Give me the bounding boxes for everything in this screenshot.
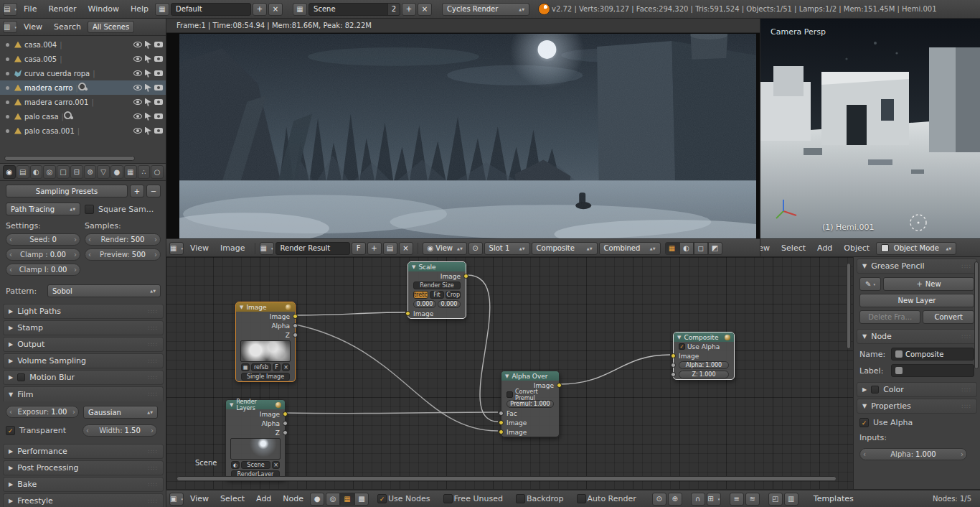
disclosure-dot-icon[interactable] <box>6 101 9 104</box>
selectability-cursor-icon[interactable] <box>145 55 151 63</box>
outliner-row[interactable]: palo casa| <box>0 109 166 124</box>
menu-add[interactable]: Add <box>251 493 276 505</box>
integrator-dropdown[interactable]: Path Tracing▲▼ <box>6 203 80 215</box>
free-unused-checkbox[interactable] <box>443 494 453 503</box>
screen-layout-field[interactable]: Default <box>171 3 251 16</box>
image-browse-button[interactable]: ▦▾ <box>260 242 274 255</box>
selectability-cursor-icon[interactable] <box>145 70 151 78</box>
disclosure-dot-icon[interactable] <box>6 72 9 75</box>
parent-button[interactable]: ⊕ <box>668 493 682 506</box>
image-unlink-button[interactable]: × <box>282 363 290 371</box>
scene-unlink-button[interactable]: × <box>272 461 280 469</box>
delete-frame-button[interactable]: Delete Fra... <box>859 310 920 324</box>
tab-texture[interactable]: ▦ <box>124 165 137 179</box>
menu-view[interactable]: View <box>185 242 214 254</box>
snap-mode-dropdown[interactable]: ⊞▾ <box>707 493 721 506</box>
tab-world[interactable]: ◎ <box>43 165 56 179</box>
editor-type-button[interactable]: ▦▾ <box>169 242 184 255</box>
menu-view[interactable]: View <box>185 493 214 505</box>
panel-motion-blur[interactable]: ▶Motion Blur∷∷ <box>3 370 164 385</box>
scene-users-badge[interactable]: 2 <box>387 4 400 15</box>
draw-mode-button[interactable]: ✎▾ <box>859 277 881 291</box>
pattern-dropdown[interactable]: Sobol▲▼ <box>47 284 161 297</box>
socket-image-output[interactable] <box>557 383 562 388</box>
node-preview-icon[interactable] <box>275 402 281 408</box>
socket-alpha-output[interactable] <box>283 421 288 426</box>
scene-browse-button[interactable]: ◐ <box>231 461 240 469</box>
menu-node[interactable]: Node <box>278 493 308 505</box>
fit-option-button[interactable]: Fit <box>430 291 445 299</box>
editor-type-button[interactable]: ▥▾ <box>3 21 17 33</box>
selectability-cursor-icon[interactable] <box>145 113 151 121</box>
node-header[interactable]: ▼Image <box>236 302 295 312</box>
view-mode-dropdown[interactable]: ◉View▲▼ <box>423 242 467 255</box>
node-header[interactable]: ▼Scale <box>408 262 466 271</box>
preview-samples-field[interactable]: Preview:500 <box>85 248 161 261</box>
visibility-eye-icon[interactable] <box>133 56 142 62</box>
menu-image[interactable]: Image <box>215 242 250 254</box>
screen-browse-button[interactable]: ▦ <box>155 3 169 16</box>
menu-view[interactable]: View <box>760 242 775 254</box>
selectability-cursor-icon[interactable] <box>145 127 151 135</box>
panel-grip-icon[interactable]: ∷∷ <box>149 325 158 332</box>
panel-output[interactable]: ▶Output∷∷ <box>3 337 164 352</box>
panel-node[interactable]: ▼Node∷∷ <box>857 329 977 344</box>
panel-grip-icon[interactable]: ∷∷ <box>962 263 971 270</box>
node-canvas-vscrollbar[interactable] <box>847 263 851 349</box>
node-canvas-hscrollbar[interactable] <box>176 476 837 481</box>
offset-x-field[interactable]: 0.000 <box>413 300 436 308</box>
snap-button[interactable]: ∩ <box>691 493 705 506</box>
panel-stamp[interactable]: ▶Stamp∷∷ <box>3 320 164 335</box>
image-new-button[interactable]: + <box>367 242 382 255</box>
socket-image-input[interactable] <box>671 353 676 358</box>
compositing-nodes-button[interactable]: ▦ <box>340 493 354 506</box>
selectability-cursor-icon[interactable] <box>145 84 151 92</box>
exposure-slider[interactable]: Exposur:1.00 <box>6 406 79 418</box>
menu-help[interactable]: Help <box>126 3 154 15</box>
filter-type-dropdown[interactable]: Gaussian▲▼ <box>83 406 158 419</box>
socket-alpha-input[interactable] <box>671 363 676 368</box>
convert-premul-checkbox[interactable] <box>507 391 513 398</box>
panel-properties[interactable]: ▼Properties∷∷ <box>857 399 977 414</box>
menu-select[interactable]: Select <box>776 242 811 254</box>
tab-material[interactable]: ● <box>110 165 123 179</box>
backdrop-checkbox[interactable] <box>516 494 525 503</box>
alpha-input-slider[interactable]: Alpha:1.000 <box>859 448 967 460</box>
use-nodes-checkbox[interactable] <box>377 494 387 503</box>
gp-new-button[interactable]: +New <box>883 277 974 291</box>
renderability-camera-icon[interactable] <box>154 70 163 76</box>
panel-color[interactable]: ▶Color∷∷ <box>857 382 977 397</box>
image-browse-button[interactable]: ▦ <box>241 363 250 371</box>
outliner-display-dropdown[interactable]: All Scenes <box>88 21 134 33</box>
node-alpha-over[interactable]: ▼Alpha Over Image Convert Premul Premul:… <box>501 371 560 437</box>
preset-add-button[interactable]: + <box>130 185 144 197</box>
render-pass-dropdown[interactable]: Combined▲▼ <box>599 242 661 255</box>
renderability-camera-icon[interactable] <box>154 99 163 105</box>
outliner-row[interactable]: madera carro.001| <box>0 95 166 109</box>
scene-datablock-field[interactable]: Scene <box>241 461 270 469</box>
fake-user-button[interactable]: F <box>352 242 366 255</box>
render-samples-field[interactable]: Render:500 <box>85 233 161 246</box>
image-datablock-field[interactable]: refsb <box>251 363 271 371</box>
outliner-row[interactable]: casa.005| <box>0 52 166 66</box>
z-field[interactable]: Z:1.000 <box>679 371 729 378</box>
node-preview-icon[interactable] <box>725 335 730 340</box>
outliner-row-selected[interactable]: madera carro| <box>0 80 166 95</box>
image-open-button[interactable]: ▤ <box>383 242 397 255</box>
draw-channel-z-button[interactable]: ◩ <box>708 242 722 255</box>
panel-grip-icon[interactable]: ∷∷ <box>149 498 158 505</box>
menu-view[interactable]: View <box>19 21 47 33</box>
socket-image-input[interactable] <box>405 311 410 316</box>
tab-constraints[interactable]: ⊟ <box>70 165 83 179</box>
editor-type-button[interactable]: ▣▾ <box>169 493 184 506</box>
menu-window[interactable]: Window <box>83 3 124 15</box>
motion-blur-checkbox[interactable] <box>17 373 25 381</box>
node-editor-canvas[interactable]: ▼Scale Image Render Size Stretch Fit Cro… <box>166 257 854 490</box>
editor-type-button[interactable]: ▤▾ <box>3 3 17 16</box>
outliner-row[interactable]: palo casa.001| <box>0 124 166 138</box>
node-render-layers[interactable]: ▼Render Layers Image Alpha Z ◐ Scene × R… <box>225 399 286 480</box>
panel-freestyle[interactable]: ▶Freestyle∷∷ <box>3 493 164 507</box>
tab-physics[interactable]: ○ <box>151 165 164 179</box>
mode-dropdown[interactable]: Object Mode▲▼ <box>876 242 956 255</box>
panel-grip-icon[interactable]: ∷∷ <box>962 333 971 340</box>
